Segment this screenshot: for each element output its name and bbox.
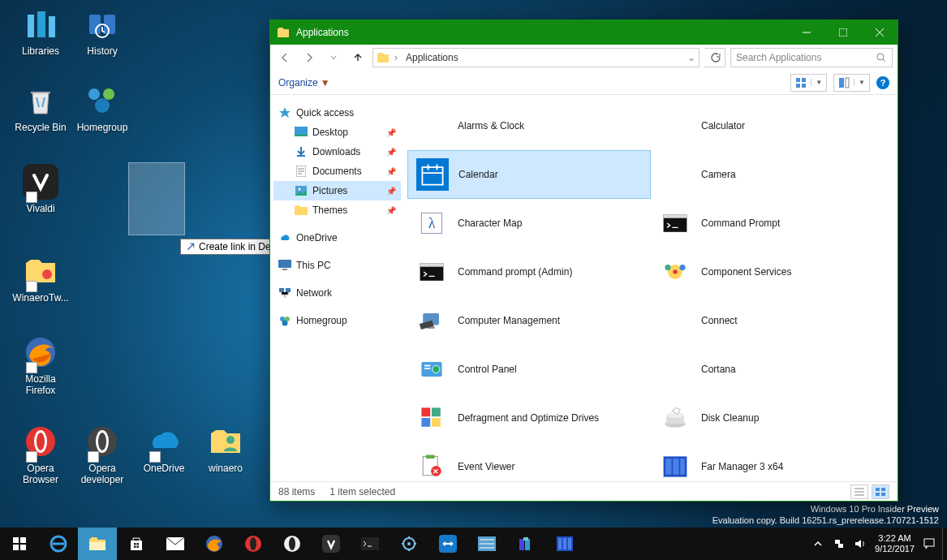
taskbar-edge[interactable] [39, 528, 78, 560]
window-controls [788, 20, 897, 45]
desktop-icon-label: Libraries [11, 45, 70, 57]
tray-show-hidden-icon[interactable] [811, 537, 824, 550]
pictures-icon [295, 184, 308, 197]
nav-this-pc[interactable]: This PC [273, 256, 401, 275]
breadcrumb[interactable]: Applications [402, 50, 462, 65]
view-mode-button[interactable]: ▼ [790, 74, 827, 92]
desktop-icon-libraries[interactable]: Libraries [11, 5, 70, 57]
maximize-button[interactable] [824, 20, 861, 45]
app-item-label: Disk Cleanup [701, 412, 759, 424]
help-button[interactable]: ? [876, 76, 889, 89]
nav-back-button[interactable] [275, 48, 295, 67]
app-item-label: Control Panel [458, 364, 517, 375]
app-item-cmd[interactable]: Command prompt (Admin) [407, 248, 651, 296]
taskbar-file-explorer[interactable] [78, 528, 117, 560]
desktop-icon-firefox[interactable]: ↗ Mozilla Firefox [11, 333, 70, 396]
app-item-compmgmt[interactable]: Computer Management [407, 296, 651, 345]
desktop-icon-homegroup[interactable]: Homegroup [73, 81, 131, 133]
app-item-connect[interactable]: Connect [651, 296, 894, 345]
far-icon [659, 450, 691, 481]
taskbar-regedit[interactable] [506, 528, 545, 560]
preview-pane-button[interactable]: ▼ [833, 74, 870, 92]
nav-forward-button[interactable] [299, 48, 319, 67]
tray-clock[interactable]: 3:22 AM 9/12/2017 [875, 533, 915, 554]
search-box[interactable]: Search Applications [730, 48, 893, 67]
homegroup-icon [278, 314, 291, 327]
taskbar-opera-red[interactable] [234, 528, 273, 560]
nav-recent-dropdown[interactable] [324, 48, 343, 67]
tray-network-icon[interactable] [833, 537, 846, 550]
app-item-label: Alarms & Clock [458, 120, 524, 131]
desktop-icon-winaerotweaker[interactable]: ↗ WinaeroTw... [11, 252, 70, 304]
app-item-cleanup[interactable]: Disk Cleanup [651, 394, 894, 442]
watermark-line2: Evaluation copy. Build 16251.rs_prerelea… [712, 515, 939, 526]
app-item-alarm[interactable]: Alarms & Clock [407, 101, 651, 150]
desktop-icon-vivaldi[interactable]: ↗ Vivaldi [11, 162, 70, 214]
desktop-icon-opera-browser[interactable]: ↗ Opera Browser [11, 422, 70, 485]
desktop-icon-opera-developer[interactable]: ↗ Opera developer [73, 422, 131, 485]
taskbar-winaero[interactable] [467, 528, 506, 560]
nav-onedrive[interactable]: OneDrive [273, 228, 401, 248]
taskbar-opera-white[interactable] [273, 528, 312, 560]
app-item-far[interactable]: Far Manager 3 x64 [651, 442, 894, 481]
nav-pictures[interactable]: Pictures 📌 [273, 181, 401, 200]
taskbar-firefox[interactable] [195, 528, 234, 560]
address-bar[interactable]: › Applications ⌄ [372, 48, 699, 67]
titlebar[interactable]: Applications [270, 20, 897, 45]
details-icon [854, 488, 864, 496]
desktop-icon-winaero-user[interactable]: winaero [196, 422, 255, 474]
desktop-icon-label: Opera Browser [11, 463, 70, 485]
connect-icon [659, 304, 691, 337]
taskbar-store[interactable] [117, 528, 156, 560]
desktop-icon-history[interactable]: History [73, 5, 131, 57]
show-desktop-button[interactable] [942, 528, 947, 560]
refresh-button[interactable] [704, 48, 725, 67]
app-item-calendar[interactable]: Calendar [407, 150, 651, 199]
app-item-cortana[interactable]: Cortana [651, 345, 894, 394]
app-item-cpanel[interactable]: Control Panel [407, 345, 651, 394]
app-item-eventvwr[interactable]: Event Viewer [407, 442, 651, 481]
watermark-line1: Windows 10 Pro Insider Preview [712, 503, 939, 515]
nav-themes[interactable]: Themes 📌 [273, 200, 401, 220]
nav-downloads[interactable]: Downloads 📌 [273, 142, 401, 162]
command-bar: Organize ▼ ▼ ▼ ? [270, 71, 897, 95]
taskbar-far[interactable] [545, 528, 584, 560]
app-item-label: Camera [701, 169, 736, 180]
nav-homegroup[interactable]: Homegroup [273, 311, 401, 330]
taskbar-teamviewer[interactable] [428, 528, 467, 560]
nav-quick-access[interactable]: Quick access [273, 103, 401, 123]
app-item-camera[interactable]: Camera [651, 150, 894, 199]
app-item-charmap[interactable]: Character Map [407, 199, 651, 248]
app-item-comsvc[interactable]: Component Services [651, 248, 894, 296]
svg-point-6 [88, 88, 100, 100]
desktop-icon-onedrive[interactable]: ↗ OneDrive [135, 422, 193, 474]
taskbar-services[interactable] [390, 528, 428, 560]
eventvwr-icon [415, 450, 448, 481]
organize-button[interactable]: Organize ▼ [278, 77, 330, 88]
app-item-calc[interactable]: Calculator [651, 101, 894, 150]
minimize-button[interactable] [788, 20, 824, 45]
nav-desktop[interactable]: Desktop 📌 [273, 123, 401, 142]
app-item-label: Character Map [458, 218, 522, 229]
taskbar-mail[interactable] [156, 528, 195, 560]
dropdown-arrow-icon: ▼ [321, 77, 330, 88]
address-dropdown-icon[interactable]: ⌄ [687, 52, 695, 63]
app-item-defrag[interactable]: Defragment and Optimize Drives [407, 394, 651, 442]
tiles-view-button[interactable] [872, 485, 889, 499]
app-item-cmd[interactable]: Command Prompt [651, 199, 894, 248]
taskbar-vivaldi[interactable] [312, 528, 351, 560]
tray-volume-icon[interactable] [854, 537, 867, 550]
svg-rect-42 [661, 306, 690, 335]
nav-up-button[interactable] [348, 48, 368, 67]
app-item-label: Connect [701, 315, 738, 326]
nav-documents[interactable]: Documents 📌 [273, 162, 401, 181]
nav-network[interactable]: Network [273, 283, 401, 303]
details-view-button[interactable] [850, 485, 868, 499]
alarm-icon [415, 110, 448, 142]
tray-notifications-icon[interactable] [923, 537, 936, 550]
svg-rect-56 [134, 546, 136, 549]
close-button[interactable] [861, 20, 897, 45]
start-button[interactable] [0, 528, 39, 560]
taskbar-cmd[interactable] [351, 528, 390, 560]
desktop-icon-recycle-bin[interactable]: Recycle Bin [11, 81, 70, 133]
